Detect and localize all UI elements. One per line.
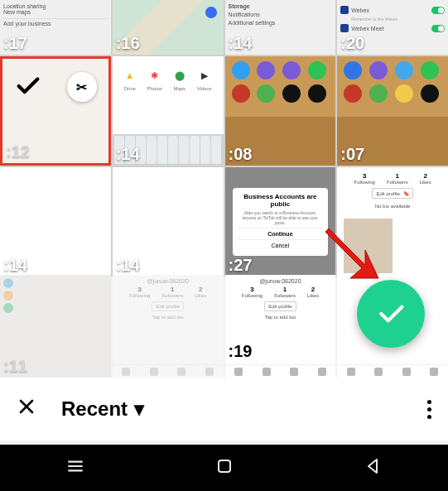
modal-body: After you switch to a Business Account, … [238, 210, 323, 225]
close-icon[interactable] [17, 396, 36, 422]
thumb-r2c2[interactable]: ▲Drive ✱Photos ⬤Maps ▶Videos :14 [113, 56, 224, 166]
toggle-icon [431, 25, 445, 32]
toggle-icon [431, 7, 445, 14]
thumb-r3c2[interactable]: :14 [113, 167, 224, 277]
thumb-r1c1[interactable]: Location sharing New maps Add your busin… [0, 0, 111, 55]
thumb-r4c2[interactable]: @junow.082020 3Following 1Followers 2Lik… [113, 275, 224, 378]
duration: :14 [229, 34, 253, 53]
duration: :07 [340, 145, 364, 164]
nav-menu-icon[interactable] [65, 455, 86, 480]
thumb-r3c1[interactable]: :14 [0, 167, 111, 277]
duration: :14 [116, 145, 140, 164]
line: Add your business [3, 18, 108, 26]
thumbnail-grid: Location sharing New maps Add your busin… [0, 0, 448, 277]
thumb-r1c4[interactable]: Webex Remember to like Webex Webex Meet … [337, 0, 448, 55]
duration: :14 [116, 256, 140, 275]
thumb-r4c1[interactable]: :11 [0, 275, 111, 378]
duration: :14 [3, 256, 27, 275]
thumb-r2c3[interactable]: :08 [225, 56, 336, 166]
picker-toolbar: Recent ▾ [0, 378, 448, 440]
thumb-r2c1-selected[interactable]: ✂ :12 [0, 56, 111, 166]
duration: :17 [3, 34, 27, 53]
system-nav-bar [0, 445, 448, 491]
handle: @junow.082020 [230, 278, 331, 284]
album-dropdown[interactable]: Recent ▾ [61, 397, 144, 421]
thumb-r2c4[interactable]: :07 [337, 56, 448, 166]
duration: :16 [116, 34, 140, 53]
duration: :08 [229, 145, 253, 164]
annotation-arrow-icon [322, 222, 380, 291]
duration: :19 [229, 342, 253, 361]
line: New maps [3, 9, 108, 15]
nav-home-icon[interactable] [214, 456, 234, 479]
checkmark-icon [374, 297, 407, 330]
duration: :11 [3, 357, 27, 376]
duration: :20 [340, 34, 364, 53]
svg-rect-0 [219, 460, 230, 472]
nav-back-icon[interactable] [364, 456, 383, 479]
thumb-r3c3[interactable]: Business Accounts are public After you s… [225, 167, 336, 277]
line: Location sharing [3, 3, 108, 9]
chevron-down-icon: ▾ [134, 397, 144, 421]
cancel-button: Cancel [238, 239, 323, 251]
thumb-r4c3[interactable]: @junow.082020 3Following 1Followers 2Lik… [225, 275, 336, 378]
thumb-r1c2[interactable]: :16 [113, 0, 224, 55]
thumb-r1c3[interactable]: Storage Notifications Additional setting… [225, 0, 336, 55]
title: Storage [229, 3, 333, 9]
album-label: Recent [61, 397, 128, 421]
duration: :27 [229, 256, 253, 275]
modal-title: Business Accounts are public [238, 193, 323, 208]
continue-button: Continue [238, 228, 323, 239]
duration: :12 [6, 142, 30, 161]
checkmark-icon[interactable] [14, 72, 42, 103]
more-icon[interactable] [427, 400, 431, 419]
scissors-icon[interactable]: ✂ [67, 72, 97, 102]
